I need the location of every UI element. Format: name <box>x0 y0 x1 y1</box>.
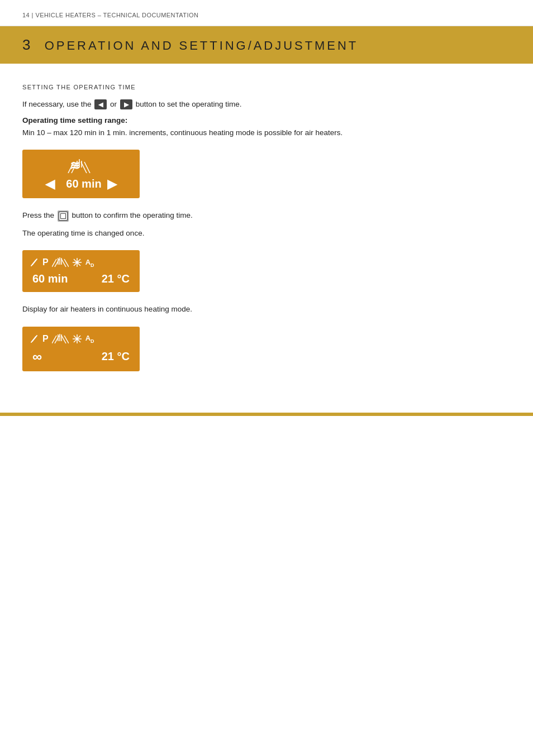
range-text: Min 10 – max 120 min in 1 min. increment… <box>22 127 511 139</box>
p-icon-2: P <box>42 334 49 344</box>
time-panel-top: ≋ <box>67 157 95 174</box>
intro-text-before: If necessary, use the <box>22 100 92 108</box>
time-panel: ≋ ◀ 60 min ▶ <box>22 150 140 198</box>
section-number: 3 <box>22 36 31 54</box>
svg-line-11 <box>32 259 37 265</box>
display-panel-2: P <box>22 327 140 371</box>
display-panel-2-top: P <box>30 333 132 344</box>
confirm-paragraph: Press the button to confirm the operatin… <box>22 209 511 222</box>
confirm-button-inline[interactable] <box>58 210 69 222</box>
square-icon <box>59 212 67 220</box>
panel2-temp: 21 °C <box>102 350 130 363</box>
svg-point-37 <box>76 338 78 340</box>
ad-icon-2: AD <box>85 334 94 344</box>
left-arrow-panel[interactable]: ◀ <box>45 178 55 190</box>
page-header-text: 14 | VEHICLE HEATERS – TECHNICAL DOCUMEN… <box>22 12 198 18</box>
svg-line-25 <box>32 336 37 341</box>
display-panel-1-bottom: 60 min 21 °C <box>30 272 132 285</box>
display-panel-1: P <box>22 250 140 292</box>
confirm-text-before: Press the <box>22 211 54 219</box>
display-panel-2-bottom: ∞ 21 °C <box>30 349 132 365</box>
snowflake-icon-2 <box>72 334 82 344</box>
heat-wavy-2 <box>52 333 69 344</box>
p-icon-1: P <box>42 257 49 267</box>
confirm-text-after: button to confirm the operating time. <box>72 211 193 219</box>
display-panel-1-top: P <box>30 257 132 268</box>
back-button-inline[interactable]: ◀ <box>94 99 107 109</box>
intro-paragraph: If necessary, use the ◀ or ▶ button to s… <box>22 98 511 111</box>
display-label: Display for air heaters in continuous he… <box>22 303 511 315</box>
heat-icon-top: ≋ <box>67 157 95 174</box>
svg-point-23 <box>76 261 78 264</box>
wrench-icon-2 <box>30 334 39 343</box>
svg-line-4 <box>84 162 90 173</box>
right-arrow-panel[interactable]: ▶ <box>107 178 117 190</box>
subsection-title: SETTING THE OPERATING TIME <box>22 84 511 90</box>
svg-rect-9 <box>61 214 65 218</box>
wrench-icon-1 <box>30 258 39 267</box>
section-heading: 3 OPERATION AND SETTING/ADJUSTMENT <box>0 26 533 64</box>
time-display: 60 min <box>66 178 101 190</box>
time-panel-bottom: ◀ 60 min ▶ <box>45 178 116 190</box>
content: SETTING THE OPERATING TIME If necessary,… <box>0 64 533 416</box>
panel1-temp: 21 °C <box>102 272 130 285</box>
page-footer <box>0 413 533 416</box>
bold-label: Operating time setting range: <box>22 116 511 125</box>
panel2-infinity: ∞ <box>32 349 42 365</box>
panel1-time: 60 min <box>32 272 68 285</box>
intro-text-or: or <box>110 100 119 108</box>
intro-text-after: button to set the operating time. <box>136 100 242 108</box>
changed-text: The operating time is changed once. <box>22 227 511 240</box>
section-title: OPERATION AND SETTING/ADJUSTMENT <box>45 39 358 53</box>
page-header: 14 | VEHICLE HEATERS – TECHNICAL DOCUMEN… <box>0 0 533 26</box>
snowflake-icon-1 <box>72 257 82 267</box>
heat-wavy-1 <box>52 257 69 268</box>
ad-icon-1: AD <box>85 258 94 268</box>
forward-button-inline[interactable]: ▶ <box>120 99 132 109</box>
page-wrapper: 14 | VEHICLE HEATERS – TECHNICAL DOCUMEN… <box>0 0 533 416</box>
